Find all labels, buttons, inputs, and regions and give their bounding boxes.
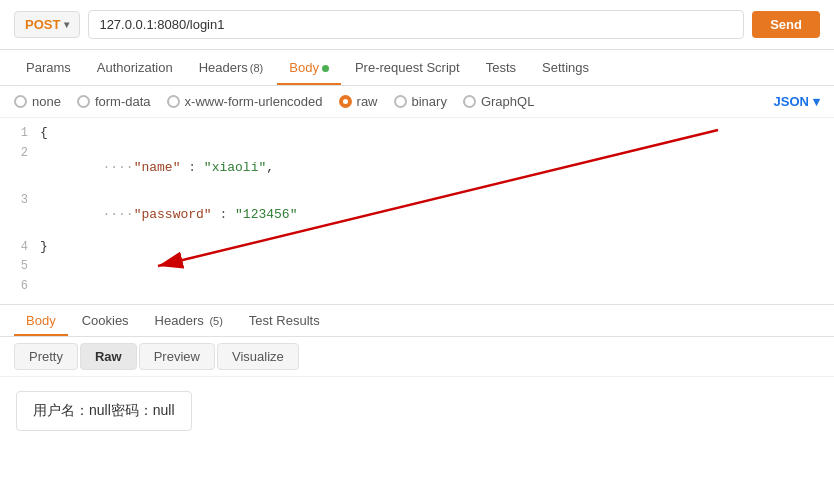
line-num-4: 4 [0,240,40,254]
body-type-raw[interactable]: raw [339,94,378,109]
response-tab-testresults[interactable]: Test Results [237,305,332,336]
code-line-6: 6 [0,278,834,298]
line-num-1: 1 [0,126,40,140]
val-name: "xiaoli" [204,160,266,175]
code-editor[interactable]: 1 { 2 ····"name" : "xiaoli", 3 ····"pass… [0,118,834,305]
tab-params[interactable]: Params [14,50,83,85]
radio-graphql [463,95,476,108]
tab-prerequest[interactable]: Pre-request Script [343,50,472,85]
response-tab-body[interactable]: Body [14,305,68,336]
code-line-1: 1 { [0,124,834,144]
username-null: null [89,402,111,418]
radio-formdata [77,95,90,108]
code-line-3: 3 ····"password" : "123456" [0,191,834,238]
view-pretty[interactable]: Pretty [14,343,78,370]
view-raw[interactable]: Raw [80,343,137,370]
response-text-password: 密码： [111,402,153,418]
tab-authorization[interactable]: Authorization [85,50,185,85]
code-line-4: 4 } [0,238,834,258]
response-tabs: Body Cookies Headers (5) Test Results [0,305,834,337]
method-label: POST [25,17,60,32]
line-content-4: } [40,239,48,254]
val-password: "123456" [235,207,297,222]
line-content-2: ····"name" : "xiaoli", [40,145,274,190]
body-dot [322,65,329,72]
response-headers-badge: (5) [209,315,222,327]
code-line-5: 5 [0,258,834,278]
tab-tests[interactable]: Tests [474,50,528,85]
view-selector-row: Pretty Raw Preview Visualize [0,337,834,377]
line-num-6: 6 [0,279,40,293]
radio-raw [339,95,352,108]
response-body: 用户名：null密码：null [0,377,834,445]
line-content-3: ····"password" : "123456" [40,192,297,237]
line-num-3: 3 [0,193,40,207]
code-line-2: 2 ····"name" : "xiaoli", [0,144,834,191]
view-visualize[interactable]: Visualize [217,343,299,370]
method-chevron: ▾ [64,19,69,30]
tab-body[interactable]: Body [277,50,341,85]
key-name: "name" [134,160,181,175]
response-tab-cookies[interactable]: Cookies [70,305,141,336]
line-num-5: 5 [0,259,40,273]
send-button[interactable]: Send [752,11,820,38]
url-input[interactable] [88,10,744,39]
json-selector[interactable]: JSON ▾ [774,94,820,109]
method-select[interactable]: POST ▾ [14,11,80,38]
body-type-graphql[interactable]: GraphQL [463,94,534,109]
radio-none [14,95,27,108]
line-content-1: { [40,125,48,140]
request-tabs: Params Authorization Headers(8) Body Pre… [0,50,834,86]
top-bar: POST ▾ Send [0,0,834,50]
response-section: Body Cookies Headers (5) Test Results Pr… [0,305,834,445]
response-tab-headers[interactable]: Headers (5) [143,305,235,336]
body-type-urlencoded[interactable]: x-www-form-urlencoded [167,94,323,109]
body-type-row: none form-data x-www-form-urlencoded raw… [0,86,834,118]
headers-badge: (8) [250,62,263,74]
view-preview[interactable]: Preview [139,343,215,370]
radio-urlencoded [167,95,180,108]
line-num-2: 2 [0,146,40,160]
body-type-formdata[interactable]: form-data [77,94,151,109]
body-type-binary[interactable]: binary [394,94,447,109]
tab-settings[interactable]: Settings [530,50,601,85]
response-text: 用户名： [33,402,89,418]
code-editor-wrapper: 1 { 2 ····"name" : "xiaoli", 3 ····"pass… [0,118,834,305]
body-type-none[interactable]: none [14,94,61,109]
password-null: null [153,402,175,418]
key-password: "password" [134,207,212,222]
response-content-box: 用户名：null密码：null [16,391,192,431]
tab-headers[interactable]: Headers(8) [187,50,276,85]
radio-binary [394,95,407,108]
